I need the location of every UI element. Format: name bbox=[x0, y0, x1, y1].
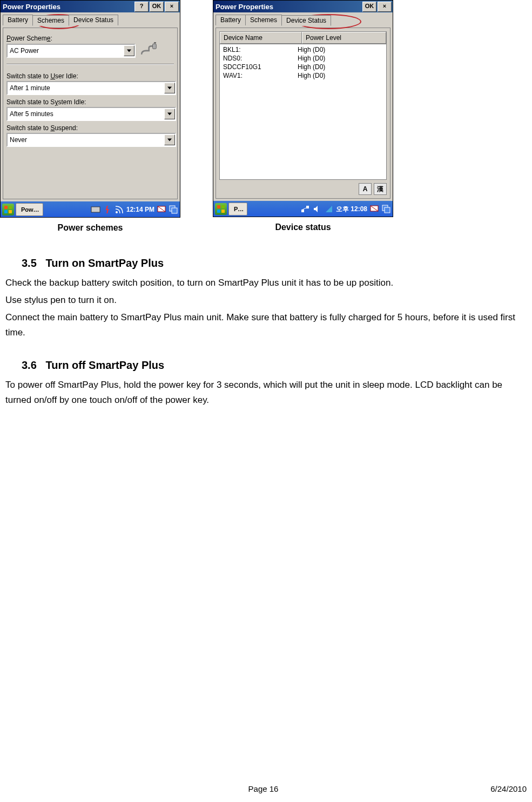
signal-icon[interactable] bbox=[115, 205, 124, 214]
svg-rect-28 bbox=[385, 207, 390, 213]
footer-page-number: Page 16 bbox=[248, 784, 279, 793]
label-user-idle: Switch state to User Idle: bbox=[6, 72, 174, 80]
dropdown-value: After 5 minutes bbox=[8, 110, 164, 118]
paragraph: Check the backup battery switch position… bbox=[5, 275, 527, 291]
svg-rect-9 bbox=[91, 207, 100, 212]
dropdown-power-scheme[interactable]: AC Power bbox=[6, 44, 136, 58]
separator bbox=[6, 64, 174, 65]
svg-point-10 bbox=[116, 211, 118, 213]
svg-rect-0 bbox=[153, 44, 157, 49]
svg-marker-24 bbox=[326, 206, 332, 212]
taskbar: Pow… 12:14 PM bbox=[1, 201, 180, 217]
tab-device-status[interactable]: Device Status bbox=[69, 15, 118, 25]
svg-rect-4 bbox=[9, 206, 12, 209]
ac-plug-icon bbox=[139, 42, 157, 58]
ok-button[interactable]: OK bbox=[150, 2, 164, 12]
svg-rect-3 bbox=[4, 206, 8, 209]
caption-power-schemes: Power schemes bbox=[0, 223, 180, 233]
tab-battery[interactable]: Battery bbox=[3, 15, 33, 25]
paragraph: To power off SmartPay Plus, hold the pow… bbox=[5, 378, 527, 408]
windows-icon[interactable] bbox=[169, 205, 178, 214]
device-list-header: Device Name Power Level bbox=[219, 31, 387, 44]
svg-rect-6 bbox=[9, 210, 12, 213]
close-button[interactable]: × bbox=[378, 2, 392, 12]
tab-schemes[interactable]: Schemes bbox=[32, 15, 69, 26]
volume-icon[interactable] bbox=[312, 204, 322, 214]
heading-3-5: 3.5 Turn on SmartPay Plus bbox=[22, 254, 527, 272]
document-body: 3.5 Turn on SmartPay Plus Check the back… bbox=[0, 233, 532, 408]
screenshot-device-status: Power Properties OK × Battery Schemes De… bbox=[213, 0, 393, 233]
power-plug-icon[interactable] bbox=[103, 205, 112, 214]
start-button[interactable] bbox=[215, 203, 227, 215]
ime-toolbar: A 漢 bbox=[219, 183, 387, 195]
titlebar: Power Properties ? OK × bbox=[1, 1, 180, 12]
label-power-scheme: Power Scheme: bbox=[6, 35, 174, 42]
column-device-name[interactable]: Device Name bbox=[220, 32, 302, 44]
footer-date: 6/24/2010 bbox=[490, 784, 527, 793]
close-button[interactable]: × bbox=[165, 2, 179, 12]
page-footer: Page 16 6/24/2010 bbox=[0, 784, 527, 793]
device-list[interactable]: BKL1:High (D0) NDS0:High (D0) SDCCF10G1H… bbox=[219, 44, 387, 180]
table-row: NDS0:High (D0) bbox=[220, 54, 386, 63]
dropdown-user-idle[interactable]: After 1 minute bbox=[6, 81, 176, 95]
ime-button-latin[interactable]: A bbox=[359, 183, 372, 195]
taskbar-app-button[interactable]: P… bbox=[228, 203, 247, 215]
tab-strip: Battery Schemes Device Status bbox=[3, 15, 178, 25]
taskbar-app-label: P… bbox=[234, 206, 244, 212]
windows-icon[interactable] bbox=[381, 204, 391, 214]
dropdown-system-idle[interactable]: After 5 minutes bbox=[6, 107, 176, 121]
ok-button[interactable]: OK bbox=[362, 2, 376, 12]
table-row: BKL1:High (D0) bbox=[220, 45, 386, 54]
label-system-idle: Switch state to System Idle: bbox=[6, 98, 174, 106]
network-icon[interactable] bbox=[300, 204, 310, 214]
taskbar: P… 오후 12:08 bbox=[213, 201, 393, 217]
heading-3-6: 3.6 Turn off SmartPay Plus bbox=[22, 356, 527, 374]
table-row: WAV1:High (D0) bbox=[220, 71, 386, 80]
window-title: Power Properties bbox=[216, 3, 361, 11]
paragraph: Connect the main battery to SmartPay Plu… bbox=[5, 310, 527, 340]
screenshot-power-schemes: Power Properties ? OK × Battery Schemes … bbox=[0, 0, 180, 233]
titlebar: Power Properties OK × bbox=[213, 1, 393, 12]
svg-rect-14 bbox=[172, 208, 177, 213]
desktop-icon[interactable] bbox=[157, 205, 166, 214]
svg-rect-21 bbox=[301, 210, 304, 212]
tab-battery[interactable]: Battery bbox=[216, 15, 246, 25]
table-row: SDCCF10G1High (D0) bbox=[220, 63, 386, 71]
chevron-down-icon[interactable] bbox=[164, 83, 175, 93]
chevron-down-icon[interactable] bbox=[164, 109, 175, 119]
taskbar-clock[interactable]: 12:14 PM bbox=[126, 206, 154, 213]
chevron-down-icon[interactable] bbox=[124, 45, 134, 56]
tab-device-status[interactable]: Device Status bbox=[281, 15, 331, 26]
taskbar-clock[interactable]: 오후 12:08 bbox=[336, 205, 367, 214]
tab-schemes[interactable]: Schemes bbox=[245, 15, 282, 25]
paragraph: Use stylus pen to turn it on. bbox=[5, 293, 527, 308]
chevron-down-icon[interactable] bbox=[164, 134, 175, 145]
caption-device-status: Device status bbox=[213, 223, 393, 232]
dropdown-suspend[interactable]: Never bbox=[6, 133, 176, 147]
tab-strip: Battery Schemes Device Status bbox=[216, 15, 390, 25]
help-button[interactable]: ? bbox=[134, 2, 149, 12]
svg-rect-5 bbox=[4, 210, 8, 213]
label-suspend: Switch state to Suspend: bbox=[6, 124, 174, 132]
dropdown-value: After 1 minute bbox=[8, 84, 164, 92]
taskbar-app-button[interactable]: Pow… bbox=[16, 203, 43, 216]
column-power-level[interactable]: Power Level bbox=[302, 32, 386, 44]
window-title: Power Properties bbox=[3, 3, 133, 11]
svg-rect-22 bbox=[306, 206, 309, 208]
start-button[interactable] bbox=[2, 204, 14, 215]
svg-rect-16 bbox=[221, 205, 225, 208]
ime-button-hanja[interactable]: 漢 bbox=[374, 183, 387, 195]
signal-icon[interactable] bbox=[324, 204, 334, 214]
dropdown-value: AC Power bbox=[8, 47, 124, 55]
svg-rect-17 bbox=[217, 210, 220, 213]
svg-rect-18 bbox=[221, 210, 225, 213]
desktop-icon[interactable] bbox=[369, 204, 379, 214]
dropdown-value: Never bbox=[8, 136, 164, 144]
taskbar-app-label: Pow… bbox=[21, 206, 39, 213]
keyboard-icon[interactable] bbox=[91, 205, 100, 214]
svg-rect-15 bbox=[217, 205, 220, 208]
